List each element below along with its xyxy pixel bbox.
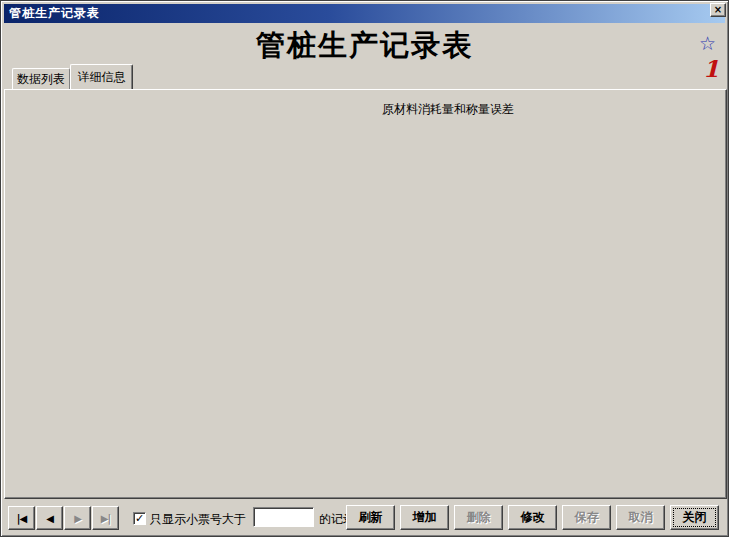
window-title: 管桩生产记录表 xyxy=(9,5,100,22)
star-icon: ☆ xyxy=(699,32,716,54)
page-title: 管桩生产记录表 xyxy=(1,26,728,66)
close-icon[interactable]: × xyxy=(710,3,726,17)
filter-ticket-input[interactable] xyxy=(253,507,314,527)
tab-data-list[interactable]: 数据列表 xyxy=(12,68,70,89)
check-icon: ✓ xyxy=(135,512,144,525)
delete-button[interactable]: 删除 xyxy=(454,505,503,530)
nav-last-icon[interactable]: ▶| xyxy=(92,506,119,530)
materials-group-title: 原材料消耗量和称量误差 xyxy=(378,101,518,118)
window: 管桩生产记录表 × 管桩生产记录表 ☆ 1 数据列表 详细信息 小票编号： 状 … xyxy=(0,0,729,537)
cancel-button[interactable]: 取消 xyxy=(616,505,665,530)
save-button[interactable]: 保存 xyxy=(562,505,611,530)
add-button[interactable]: 增加 xyxy=(400,505,449,530)
filter-checkbox[interactable]: ✓ xyxy=(133,512,146,525)
tab-content-panel xyxy=(4,89,727,499)
modify-button[interactable]: 修改 xyxy=(508,505,557,530)
record-indicator: 1 xyxy=(703,55,719,82)
close-form-button[interactable]: 关闭 xyxy=(670,505,719,530)
nav-first-icon[interactable]: |◀ xyxy=(8,506,35,530)
filter-label-before: 只显示小票号大于 xyxy=(150,512,246,526)
nav-prev-icon[interactable]: ◀ xyxy=(36,506,63,530)
refresh-button[interactable]: 刷新 xyxy=(346,505,395,530)
nav-next-icon[interactable]: ▶ xyxy=(64,506,91,530)
tab-detail-info[interactable]: 详细信息 xyxy=(70,64,133,89)
titlebar: 管桩生产记录表 xyxy=(4,4,725,23)
